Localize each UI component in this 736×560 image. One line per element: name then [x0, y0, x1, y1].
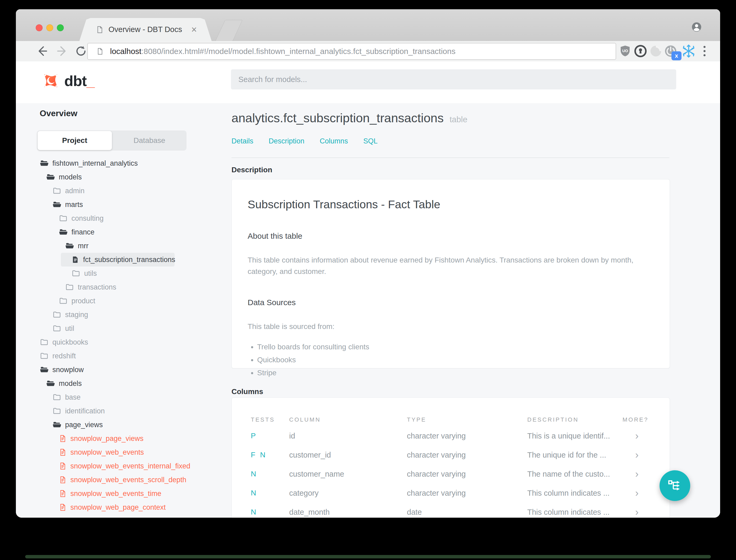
- columns-card: TESTSCOLUMNTYPEDESCRIPTIONMORE?Pidcharac…: [232, 398, 670, 518]
- content-area: Overview ProjectDatabase fishtown_intern…: [16, 103, 720, 518]
- search-input[interactable]: [231, 69, 676, 89]
- nav-link-sql[interactable]: SQL: [363, 137, 377, 145]
- dbt-logo-icon: [41, 71, 61, 91]
- desktop-edge-strip: [25, 555, 711, 558]
- tree-item-snowplow_web_page_context[interactable]: snowplow_web_page_context: [59, 500, 166, 514]
- url-host: localhost: [110, 47, 141, 56]
- tree-item-snowplow_web_events[interactable]: snowplow_web_events: [59, 445, 144, 459]
- new-tab-button[interactable]: [215, 20, 243, 42]
- tree-item-fishtown_internal_analytics[interactable]: fishtown_internal_analytics: [40, 156, 138, 170]
- ublock-extension-icon[interactable]: UO: [618, 44, 632, 58]
- tree-item-label: utils: [84, 269, 97, 278]
- tree-item-staging[interactable]: staging: [52, 308, 88, 322]
- tree-item-snowplow_web_events_time[interactable]: snowplow_web_events_time: [59, 487, 161, 500]
- page-title: analytics.fct_subscription_transactions: [232, 111, 444, 125]
- tree-item-label: finance: [71, 228, 94, 236]
- expand-chevron-icon[interactable]: ›: [622, 431, 653, 441]
- tree-item-snowplow_web_events_scroll_depth[interactable]: snowplow_web_events_scroll_depth: [59, 473, 186, 487]
- tab-close-icon[interactable]: ×: [191, 25, 197, 34]
- folder-open-icon: [52, 420, 61, 429]
- table-row-customer_id[interactable]: F Ncustomer_idcharacter varyingThe uniqu…: [251, 445, 653, 464]
- tree-item-label: base: [65, 393, 81, 401]
- tree-item-snowplow_web_events_internal_fixed[interactable]: snowplow_web_events_internal_fixed: [59, 459, 190, 473]
- browser-profile-avatar[interactable]: [691, 21, 702, 33]
- folder-closed-icon: [52, 186, 61, 195]
- dbt-logo[interactable]: dbt_: [41, 71, 94, 91]
- tree-item-snowplow_page_views[interactable]: snowplow_page_views: [59, 432, 143, 445]
- tree-item-label: snowplow_web_events_internal_fixed: [70, 462, 190, 470]
- tree-item-label: redshift: [52, 352, 76, 360]
- lineage-graph-button[interactable]: [660, 470, 690, 501]
- tree-item-label: staging: [65, 311, 88, 319]
- expand-chevron-icon[interactable]: ›: [622, 488, 653, 498]
- table-row-id[interactable]: Pidcharacter varyingThis is a unique ide…: [251, 426, 653, 445]
- power-extension-icon[interactable]: x: [663, 44, 678, 58]
- main-panel: analytics.fct_subscription_transactions …: [232, 103, 669, 518]
- grammarly-extension-icon[interactable]: [649, 44, 663, 58]
- column-header-column: COLUMN: [289, 416, 407, 423]
- description-cell: This column indicates ...: [527, 508, 622, 517]
- columns-table-header: TESTSCOLUMNTYPEDESCRIPTIONMORE?: [251, 413, 653, 426]
- nav-link-details[interactable]: Details: [232, 137, 254, 145]
- reload-button[interactable]: [75, 45, 87, 57]
- onepassword-extension-icon[interactable]: [633, 44, 648, 58]
- forward-button[interactable]: [56, 45, 68, 57]
- tree-item-identification[interactable]: identification: [52, 404, 105, 418]
- tree-item-util[interactable]: util: [52, 322, 74, 335]
- tree-item-page_views[interactable]: page_views: [52, 418, 103, 432]
- tree-item-fct_subscription_transactions[interactable]: fct_subscription_transactions: [61, 253, 175, 267]
- tree-item-finance[interactable]: finance: [59, 225, 94, 239]
- tree-item-snowplow[interactable]: snowplow: [40, 363, 84, 377]
- expand-chevron-icon[interactable]: ›: [622, 507, 653, 517]
- folder-closed-icon: [59, 214, 68, 223]
- tab-title: Overview - DBT Docs: [109, 25, 182, 34]
- dbt-logo-underscore: _: [87, 73, 94, 89]
- tree-item-marts[interactable]: marts: [52, 198, 83, 211]
- tree-item-product[interactable]: product: [59, 294, 95, 308]
- tests-cell: N: [251, 508, 289, 516]
- back-button[interactable]: [36, 45, 49, 57]
- tree-item-consulting[interactable]: consulting: [59, 211, 104, 225]
- tree-item-quickbooks[interactable]: quickbooks: [40, 335, 88, 349]
- doc-sources-heading: Data Sources: [248, 298, 670, 307]
- tree-item-models[interactable]: models: [46, 377, 82, 390]
- table-row-category[interactable]: Ncategorycharacter varyingThis column in…: [251, 484, 653, 503]
- column-name-cell: category: [289, 489, 407, 498]
- nav-link-columns[interactable]: Columns: [320, 137, 348, 145]
- expand-chevron-icon[interactable]: ›: [622, 469, 653, 479]
- url-path: :8080/index.html#!/model/model.fishtown_…: [141, 47, 455, 56]
- tree-item-admin[interactable]: admin: [52, 184, 85, 198]
- column-name-cell: id: [289, 432, 407, 440]
- table-row-date_month[interactable]: Ndate_monthdateThis column indicates ...…: [251, 503, 653, 518]
- folder-open-icon: [65, 241, 74, 250]
- type-cell: character varying: [407, 489, 527, 498]
- browser-menu-icon[interactable]: [697, 44, 712, 58]
- tree-item-redshift[interactable]: redshift: [40, 349, 76, 363]
- folder-closed-icon: [52, 310, 61, 319]
- tree-item-label: snowplow_web_page_context: [70, 503, 166, 512]
- tree-item-label: snowplow_web_events_scroll_depth: [70, 476, 186, 484]
- tree-item-transactions[interactable]: transactions: [65, 280, 116, 294]
- type-cell: character varying: [407, 432, 527, 440]
- divider: [232, 157, 669, 158]
- tree-item-utils[interactable]: utils: [71, 267, 97, 280]
- tree-item-label: fct_subscription_transactions: [83, 256, 175, 264]
- browser-tab[interactable]: Overview - DBT Docs ×: [79, 18, 212, 41]
- file-ref-icon: [59, 462, 67, 470]
- table-row-customer_name[interactable]: Ncustomer_namecharacter varyingThe name …: [251, 464, 653, 484]
- description-cell: The unique id for the ...: [527, 451, 622, 459]
- minimize-window-button[interactable]: [46, 24, 53, 31]
- url-bar[interactable]: localhost:8080/index.html#!/model/model.…: [87, 43, 616, 60]
- snowflake-extension-icon[interactable]: [681, 44, 696, 58]
- folder-closed-icon: [52, 393, 61, 402]
- tree-item-label: snowplow_page_views: [70, 435, 143, 443]
- tree-item-label: admin: [65, 187, 85, 195]
- expand-chevron-icon[interactable]: ›: [622, 450, 653, 460]
- column-name-cell: customer_name: [289, 470, 407, 478]
- tree-item-models[interactable]: models: [46, 170, 82, 184]
- zoom-window-button[interactable]: [57, 24, 64, 31]
- close-window-button[interactable]: [36, 24, 43, 31]
- tree-item-mrr[interactable]: mrr: [65, 239, 88, 253]
- tree-item-base[interactable]: base: [52, 390, 81, 404]
- nav-link-description[interactable]: Description: [269, 137, 305, 145]
